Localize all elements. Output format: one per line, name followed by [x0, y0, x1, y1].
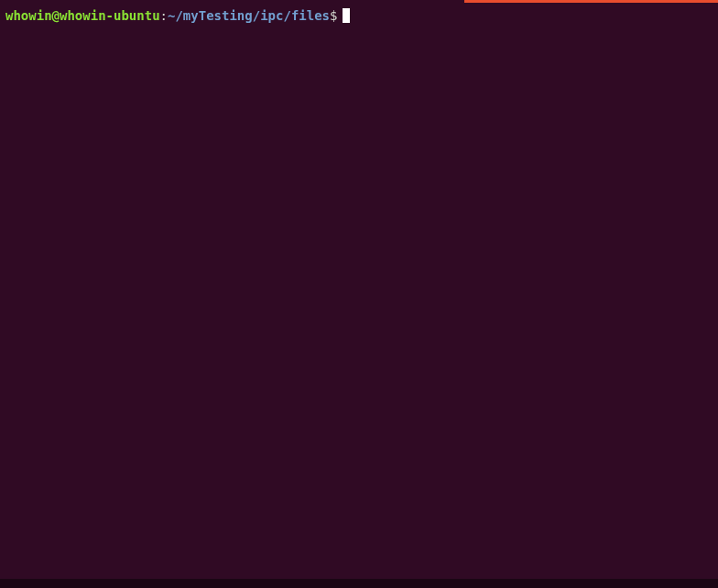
- prompt-path: ~/myTesting/ipc/files: [168, 7, 330, 24]
- bottom-bar: [0, 579, 718, 588]
- terminal[interactable]: whowin@whowin-ubuntu:~/myTesting/ipc/fil…: [5, 7, 713, 581]
- prompt-user-host: whowin@whowin-ubuntu: [5, 7, 160, 24]
- prompt-line: whowin@whowin-ubuntu:~/myTesting/ipc/fil…: [5, 7, 713, 24]
- text-cursor[interactable]: [343, 8, 350, 23]
- prompt-symbol: $: [330, 7, 337, 24]
- prompt-separator: :: [160, 7, 168, 24]
- titlebar-accent: [464, 0, 718, 3]
